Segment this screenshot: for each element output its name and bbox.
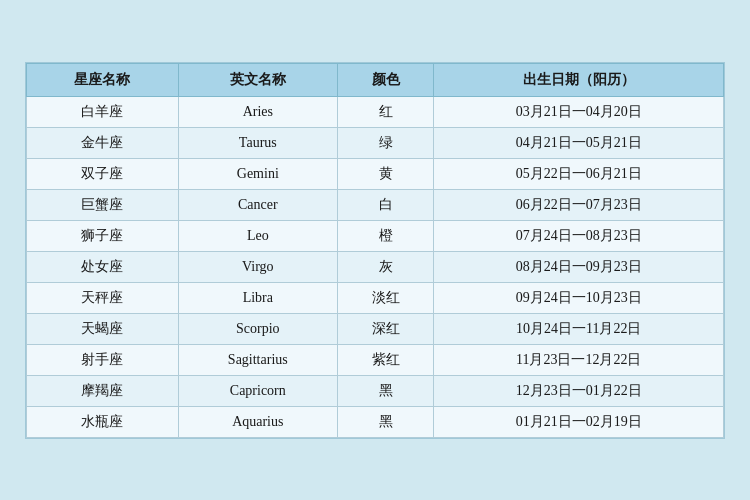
cell-color: 橙 xyxy=(337,220,434,251)
cell-dates: 09月24日一10月23日 xyxy=(434,282,724,313)
cell-english-name: Leo xyxy=(178,220,337,251)
cell-english-name: Sagittarius xyxy=(178,344,337,375)
cell-color: 深红 xyxy=(337,313,434,344)
cell-english-name: Scorpio xyxy=(178,313,337,344)
cell-english-name: Capricorn xyxy=(178,375,337,406)
cell-color: 黑 xyxy=(337,375,434,406)
header-english-name: 英文名称 xyxy=(178,63,337,96)
cell-color: 黄 xyxy=(337,158,434,189)
cell-color: 白 xyxy=(337,189,434,220)
table-row: 射手座Sagittarius紫红11月23日一12月22日 xyxy=(27,344,724,375)
cell-chinese-name: 巨蟹座 xyxy=(27,189,179,220)
cell-chinese-name: 处女座 xyxy=(27,251,179,282)
table-header-row: 星座名称 英文名称 颜色 出生日期（阳历） xyxy=(27,63,724,96)
cell-dates: 12月23日一01月22日 xyxy=(434,375,724,406)
cell-english-name: Libra xyxy=(178,282,337,313)
zodiac-table: 星座名称 英文名称 颜色 出生日期（阳历） 白羊座Aries红03月21日一04… xyxy=(26,63,724,438)
cell-color: 淡红 xyxy=(337,282,434,313)
cell-chinese-name: 双子座 xyxy=(27,158,179,189)
cell-dates: 10月24日一11月22日 xyxy=(434,313,724,344)
cell-dates: 08月24日一09月23日 xyxy=(434,251,724,282)
cell-chinese-name: 狮子座 xyxy=(27,220,179,251)
cell-english-name: Aries xyxy=(178,96,337,127)
header-chinese-name: 星座名称 xyxy=(27,63,179,96)
table-row: 摩羯座Capricorn黑12月23日一01月22日 xyxy=(27,375,724,406)
cell-chinese-name: 摩羯座 xyxy=(27,375,179,406)
cell-chinese-name: 白羊座 xyxy=(27,96,179,127)
cell-dates: 05月22日一06月21日 xyxy=(434,158,724,189)
cell-chinese-name: 水瓶座 xyxy=(27,406,179,437)
table-row: 白羊座Aries红03月21日一04月20日 xyxy=(27,96,724,127)
cell-english-name: Aquarius xyxy=(178,406,337,437)
table-body: 白羊座Aries红03月21日一04月20日金牛座Taurus绿04月21日一0… xyxy=(27,96,724,437)
cell-dates: 01月21日一02月19日 xyxy=(434,406,724,437)
cell-english-name: Cancer xyxy=(178,189,337,220)
cell-dates: 04月21日一05月21日 xyxy=(434,127,724,158)
cell-dates: 07月24日一08月23日 xyxy=(434,220,724,251)
table-row: 狮子座Leo橙07月24日一08月23日 xyxy=(27,220,724,251)
cell-color: 灰 xyxy=(337,251,434,282)
header-birth-date: 出生日期（阳历） xyxy=(434,63,724,96)
table-row: 天蝎座Scorpio深红10月24日一11月22日 xyxy=(27,313,724,344)
table-row: 水瓶座Aquarius黑01月21日一02月19日 xyxy=(27,406,724,437)
cell-color: 紫红 xyxy=(337,344,434,375)
cell-english-name: Gemini xyxy=(178,158,337,189)
table-row: 天秤座Libra淡红09月24日一10月23日 xyxy=(27,282,724,313)
table-row: 金牛座Taurus绿04月21日一05月21日 xyxy=(27,127,724,158)
table-row: 巨蟹座Cancer白06月22日一07月23日 xyxy=(27,189,724,220)
cell-chinese-name: 射手座 xyxy=(27,344,179,375)
table-row: 处女座Virgo灰08月24日一09月23日 xyxy=(27,251,724,282)
cell-english-name: Virgo xyxy=(178,251,337,282)
cell-color: 黑 xyxy=(337,406,434,437)
header-color: 颜色 xyxy=(337,63,434,96)
zodiac-table-container: 星座名称 英文名称 颜色 出生日期（阳历） 白羊座Aries红03月21日一04… xyxy=(25,62,725,439)
cell-english-name: Taurus xyxy=(178,127,337,158)
cell-dates: 06月22日一07月23日 xyxy=(434,189,724,220)
cell-chinese-name: 天蝎座 xyxy=(27,313,179,344)
cell-color: 绿 xyxy=(337,127,434,158)
cell-color: 红 xyxy=(337,96,434,127)
cell-chinese-name: 天秤座 xyxy=(27,282,179,313)
cell-dates: 11月23日一12月22日 xyxy=(434,344,724,375)
table-row: 双子座Gemini黄05月22日一06月21日 xyxy=(27,158,724,189)
cell-dates: 03月21日一04月20日 xyxy=(434,96,724,127)
cell-chinese-name: 金牛座 xyxy=(27,127,179,158)
